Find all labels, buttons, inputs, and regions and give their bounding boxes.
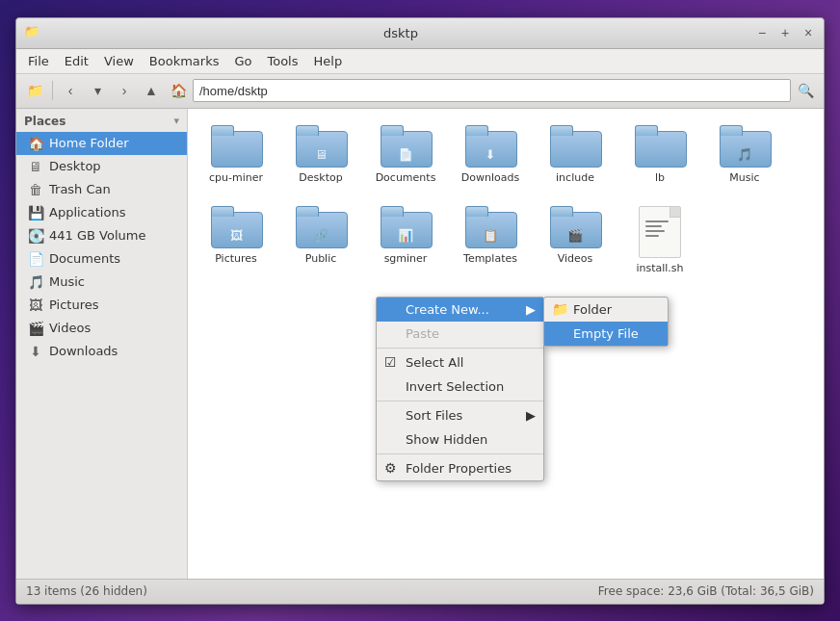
folder-icon-lb bbox=[635, 125, 685, 168]
file-item-pictures[interactable]: 🖼 Pictures bbox=[197, 199, 275, 282]
select-all-icon: ☑ bbox=[384, 354, 397, 370]
minimize-button[interactable]: − bbox=[754, 25, 770, 40]
sidebar-toggle[interactable]: ▾ bbox=[173, 115, 179, 127]
home-icon: 🏠 bbox=[28, 136, 43, 151]
forward-button[interactable]: › bbox=[112, 78, 137, 103]
file-name-videos: Videos bbox=[558, 252, 593, 266]
up-button[interactable]: ▲ bbox=[139, 78, 164, 103]
sidebar-label-volume: 441 GB Volume bbox=[49, 228, 145, 243]
sidebar-item-home[interactable]: 🏠 Home Folder bbox=[16, 132, 187, 155]
main-area: Places ▾ 🏠 Home Folder 🖥 Desktop 🗑 Trash… bbox=[16, 109, 824, 579]
file-item-cpu-miner[interactable]: cpu-miner bbox=[197, 118, 275, 192]
new-window-button[interactable]: 📁 bbox=[22, 78, 47, 103]
file-item-desktop[interactable]: 🖥 Desktop bbox=[282, 118, 359, 192]
file-item-sgminer[interactable]: 📊 sgminer bbox=[367, 199, 444, 282]
ctx-create-new[interactable]: ▶ Create New... 📁 Folder Empty File bbox=[377, 298, 543, 322]
folder-icon-templates: 📋 bbox=[465, 206, 515, 248]
submenu-arrow-sort: ▶ bbox=[526, 408, 536, 423]
sidebar-label-home: Home Folder bbox=[49, 136, 129, 150]
sidebar-item-desktop[interactable]: 🖥 Desktop bbox=[16, 155, 187, 178]
context-menu: ▶ Create New... 📁 Folder Empty File bbox=[376, 297, 544, 481]
home-button[interactable]: 🏠 bbox=[166, 78, 191, 103]
ctx-select-all[interactable]: ☑ Select All bbox=[377, 350, 543, 375]
file-item-videos[interactable]: 🎬 Videos bbox=[537, 199, 614, 282]
maximize-button[interactable]: + bbox=[777, 25, 793, 40]
folder-icon-videos: 🎬 bbox=[550, 206, 600, 248]
properties-icon: ⚙ bbox=[384, 460, 397, 476]
downloads-folder-emblem: ⬇ bbox=[486, 147, 496, 162]
history-button[interactable]: ▾ bbox=[85, 78, 110, 103]
file-name-lb: lb bbox=[655, 171, 665, 185]
menu-view[interactable]: View bbox=[96, 52, 142, 70]
downloads-icon: ⬇ bbox=[28, 344, 43, 359]
menubar: File Edit View Bookmarks Go Tools Help bbox=[16, 49, 824, 74]
videos-icon: 🎬 bbox=[28, 321, 43, 336]
ctx-folder-properties[interactable]: ⚙ Folder Properties bbox=[377, 456, 543, 480]
file-name-include: include bbox=[556, 171, 594, 185]
ctx-sort-files[interactable]: ▶ Sort Files bbox=[377, 403, 543, 427]
music-folder-emblem: 🎵 bbox=[737, 147, 752, 162]
folder-icon-include bbox=[550, 125, 600, 168]
file-grid: cpu-miner 🖥 Desktop 📄 Documents bbox=[197, 118, 814, 283]
file-item-documents[interactable]: 📄 Documents bbox=[367, 118, 444, 192]
file-item-templates[interactable]: 📋 Templates bbox=[452, 199, 529, 282]
trash-icon: 🗑 bbox=[28, 182, 43, 197]
ctx-show-hidden[interactable]: Show Hidden bbox=[377, 427, 543, 452]
menu-bookmarks[interactable]: Bookmarks bbox=[142, 52, 227, 70]
file-item-install-sh[interactable]: install.sh bbox=[621, 199, 698, 282]
file-name-downloads: Downloads bbox=[461, 171, 519, 185]
menu-edit[interactable]: Edit bbox=[57, 52, 96, 70]
sidebar-item-videos[interactable]: 🎬 Videos bbox=[16, 317, 187, 340]
menu-help[interactable]: Help bbox=[306, 52, 351, 70]
ctx-paste: Paste bbox=[377, 322, 543, 346]
file-name-sgminer: sgminer bbox=[384, 252, 428, 266]
file-name-cpu-miner: cpu-miner bbox=[209, 171, 263, 185]
script-lines bbox=[645, 220, 669, 237]
toolbar-separator-1 bbox=[52, 81, 53, 100]
templates-folder-emblem: 📋 bbox=[483, 228, 498, 243]
sidebar-header: Places ▾ bbox=[16, 109, 187, 132]
script-line-4 bbox=[645, 235, 659, 237]
menu-file[interactable]: File bbox=[20, 52, 57, 70]
sidebar-item-trash[interactable]: 🗑 Trash Can bbox=[16, 178, 187, 201]
file-item-downloads[interactable]: ⬇ Downloads bbox=[452, 118, 529, 192]
ctx-invert-selection[interactable]: Invert Selection bbox=[377, 375, 543, 399]
submenu-item-folder[interactable]: 📁 Folder bbox=[544, 298, 668, 322]
file-manager-window: 📁 dsktp − + × File Edit View Bookmarks G… bbox=[15, 17, 825, 605]
sidebar-item-documents[interactable]: 📄 Documents bbox=[16, 247, 187, 271]
music-icon: 🎵 bbox=[28, 274, 43, 290]
sidebar-label-apps: Applications bbox=[49, 205, 125, 220]
file-item-lb[interactable]: lb bbox=[621, 118, 698, 192]
documents-icon: 📄 bbox=[28, 251, 43, 267]
close-button[interactable]: × bbox=[801, 25, 816, 40]
file-name-pictures: Pictures bbox=[215, 252, 257, 266]
location-bar[interactable] bbox=[193, 79, 791, 102]
sidebar-item-music[interactable]: 🎵 Music bbox=[16, 271, 187, 294]
sidebar-item-pictures[interactable]: 🖼 Pictures bbox=[16, 294, 187, 317]
file-item-music[interactable]: 🎵 Music bbox=[706, 118, 783, 192]
folder-icon-music: 🎵 bbox=[720, 125, 770, 168]
folder-icon-downloads: ⬇ bbox=[465, 125, 515, 168]
window-controls: − + × bbox=[754, 25, 816, 40]
script-line-1 bbox=[645, 220, 669, 222]
submenu-item-empty-file[interactable]: Empty File bbox=[544, 322, 668, 346]
file-item-include[interactable]: include bbox=[537, 118, 614, 192]
file-name-desktop: Desktop bbox=[299, 171, 342, 185]
file-item-public[interactable]: 🔗 Public bbox=[282, 199, 359, 282]
sidebar-item-volume[interactable]: 💽 441 GB Volume bbox=[16, 224, 187, 247]
file-name-templates: Templates bbox=[463, 252, 517, 266]
ctx-separator-2 bbox=[377, 401, 543, 401]
sidebar: Places ▾ 🏠 Home Folder 🖥 Desktop 🗑 Trash… bbox=[16, 109, 188, 579]
sidebar-item-apps[interactable]: 💾 Applications bbox=[16, 201, 187, 224]
folder-icon-sgminer: 📊 bbox=[381, 206, 431, 248]
menu-tools[interactable]: Tools bbox=[259, 52, 305, 70]
back-button[interactable]: ‹ bbox=[58, 78, 83, 103]
sidebar-item-downloads[interactable]: ⬇ Downloads bbox=[16, 340, 187, 363]
sidebar-label-videos: Videos bbox=[49, 321, 91, 335]
statusbar-right: Free space: 23,6 GiB (Total: 36,5 GiB) bbox=[598, 584, 814, 598]
sidebar-label-documents: Documents bbox=[49, 251, 120, 266]
menu-go[interactable]: Go bbox=[226, 52, 259, 70]
sidebar-label-downloads: Downloads bbox=[49, 344, 118, 358]
open-location-button[interactable]: 🔍 bbox=[793, 78, 818, 103]
file-area[interactable]: cpu-miner 🖥 Desktop 📄 Documents bbox=[188, 109, 824, 579]
